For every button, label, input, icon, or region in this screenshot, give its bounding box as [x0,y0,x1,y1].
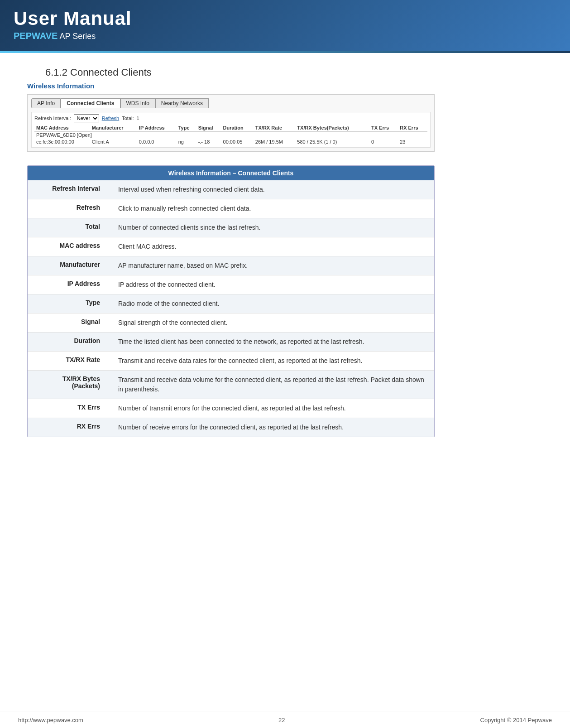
field-name: TX/RX Bytes (Packets) [28,371,109,399]
page-footer: http://www.pepwave.com 22 Copyright © 20… [0,712,570,728]
field-desc: Transmit and receive data volume for the… [109,371,434,399]
field-desc: Number of transmit errors for the connec… [109,399,434,418]
page-header: User Manual PEPWAVE AP Series [0,0,570,51]
manual-subtitle: PEPWAVE AP Series [14,31,556,41]
cell-tx-errs: 0 [369,138,398,145]
field-name: Signal [28,313,109,333]
info-table-row: TotalNumber of connected clients since t… [28,218,434,237]
col-mac: MAC Address [34,124,90,132]
info-table-row: RefreshClick to manually refresh connect… [28,199,434,218]
info-table-row: TX/RX Bytes (Packets)Transmit and receiv… [28,371,434,399]
field-desc: Radio mode of the connected client. [109,294,434,313]
total-label: Total: [122,116,134,121]
cell-manufacturer: Client A [90,138,137,145]
field-name: IP Address [28,275,109,294]
info-table-row: ManufacturerAP manufacturer name, based … [28,256,434,275]
field-desc: Client MAC address. [109,237,434,256]
main-content: 6.1.2 Connected Clients Wireless Informa… [0,53,570,455]
info-table-header: Wireless Information – Connected Clients [28,166,434,180]
field-desc: Number of connected clients since the la… [109,218,434,237]
field-name: TX Errs [28,399,109,418]
refresh-row: Refresh Interval: Never Refresh Total: 1 [34,114,427,122]
footer-copyright: Copyright © 2014 Pepwave [480,717,552,723]
col-duration: Duration [221,124,254,132]
info-table-row: TypeRadio mode of the connected client. [28,294,434,313]
field-desc: Transmit and receive data rates for the … [109,352,434,371]
field-name: Manufacturer [28,256,109,275]
cell-rx-errs: 23 [398,138,427,145]
info-table-row: TX/RX RateTransmit and receive data rate… [28,352,434,371]
tab-wds-info[interactable]: WDS Info [120,98,155,108]
field-name: Total [28,218,109,237]
refresh-link[interactable]: Refresh [102,116,120,121]
cell-signal: -.- 18 [196,138,221,145]
info-table-row: SignalSignal strength of the connected c… [28,313,434,333]
table-header-row: MAC Address Manufacturer IP Address Type… [34,124,427,132]
field-name: Refresh [28,199,109,218]
tab-nearby-networks[interactable]: Nearby Networks [155,98,209,108]
total-value: 1 [137,116,139,121]
cell-type: ng [177,138,196,145]
tabs-bar: AP Info Connected Clients WDS Info Nearb… [31,98,431,108]
manual-title: User Manual [14,8,556,29]
clients-mini-table: MAC Address Manufacturer IP Address Type… [34,124,427,145]
tab-connected-clients[interactable]: Connected Clients [61,98,120,108]
mini-table-area: Refresh Interval: Never Refresh Total: 1… [31,112,431,148]
field-name: Duration [28,333,109,352]
field-desc: Number of receive errors for the connect… [109,418,434,437]
field-name: TX/RX Rate [28,352,109,371]
info-table-row: DurationTime the listed client has been … [28,333,434,352]
cell-txrx-bytes: 580 / 25.5K (1 / 0) [295,138,369,145]
subtitle-rest: AP Series [59,32,96,41]
col-txrx-bytes: TX/RX Bytes(Packets) [295,124,369,132]
field-desc: Click to manually refresh connected clie… [109,199,434,218]
brand-name: PEPWAVE [14,31,57,41]
col-tx-errs: TX Errs [369,124,398,132]
info-table-row: TX ErrsNumber of transmit errors for the… [28,399,434,418]
screenshot-panel: AP Info Connected Clients WDS Info Nearb… [27,94,435,152]
info-table-row: MAC addressClient MAC address. [28,237,434,256]
col-txrx-rate: TX/RX Rate [254,124,296,132]
col-manufacturer: Manufacturer [90,124,137,132]
field-desc: Interval used when refreshing connected … [109,180,434,199]
cell-mac: cc:fe:3c:00:00:00 [34,138,90,145]
table-row: cc:fe:3c:00:00:00 Client A 0.0.0.0 ng -.… [34,138,427,145]
col-rx-errs: RX Errs [398,124,427,132]
field-desc: Signal strength of the connected client. [109,313,434,333]
info-table-row: IP AddressIP address of the connected cl… [28,275,434,294]
ssid-row: PEPWAVE_6DE0 [Open] [34,132,427,139]
field-desc: AP manufacturer name, based on MAC prefi… [109,256,434,275]
field-desc: Time the listed client has been connecte… [109,333,434,352]
page-number: 22 [278,717,285,723]
cell-duration: 00:00:05 [221,138,254,145]
field-name: Refresh Interval [28,180,109,199]
info-table-wrapper: Wireless Information – Connected Clients… [27,165,435,437]
field-name: Type [28,294,109,313]
col-signal: Signal [196,124,221,132]
refresh-interval-label: Refresh Interval: [34,116,71,121]
col-ip: IP Address [137,124,177,132]
field-name: MAC address [28,237,109,256]
col-type: Type [177,124,196,132]
info-table-row: RX ErrsNumber of receive errors for the … [28,418,434,437]
cell-ip: 0.0.0.0 [137,138,177,145]
info-table-row: Refresh IntervalInterval used when refre… [28,180,434,199]
wireless-info-label: Wireless Information [27,82,543,90]
field-name: RX Errs [28,418,109,437]
refresh-interval-select[interactable]: Never [74,114,99,122]
section-title: 6.1.2 Connected Clients [45,67,543,78]
cell-txrx-rate: 26M / 19.5M [254,138,296,145]
tab-ap-info[interactable]: AP Info [31,98,61,108]
field-desc: IP address of the connected client. [109,275,434,294]
footer-url: http://www.pepwave.com [18,717,83,723]
info-table: Refresh IntervalInterval used when refre… [28,180,434,437]
ssid-value: PEPWAVE_6DE0 [Open] [34,132,427,139]
